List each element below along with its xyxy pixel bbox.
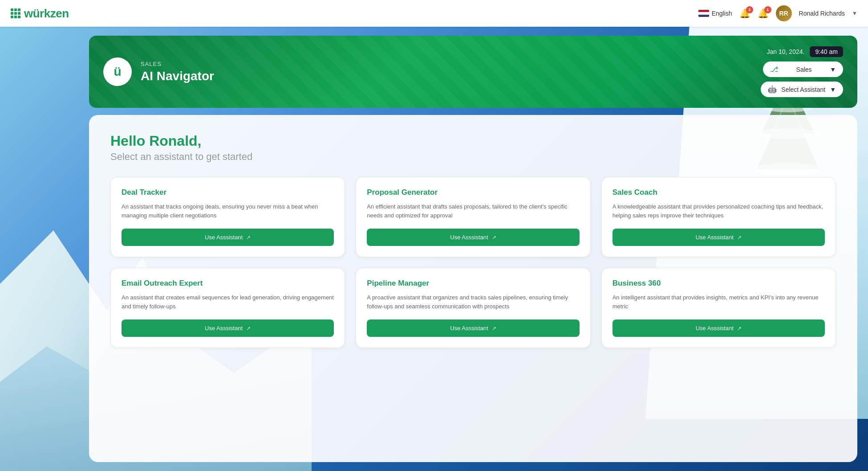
use-btn-label-email-outreach: Use Asssistant	[205, 325, 243, 332]
app-logo[interactable]: würkzen	[11, 7, 69, 20]
navbar: würkzen English 🔔 3 🔔 1 RR Ronald Richar…	[0, 0, 868, 27]
language-selector[interactable]: English	[698, 10, 732, 17]
use-btn-label-pipeline-manager: Use Asssistant	[450, 325, 488, 332]
sales-label: Sales	[796, 66, 812, 73]
main-content: ü SALES AI Navigator Jan 10, 2024. 9:40 …	[0, 27, 868, 471]
greeting-hello: Hello Ronald,	[110, 133, 836, 149]
avatar: RR	[776, 5, 792, 21]
use-assistant-button-pipeline-manager[interactable]: Use Asssistant ↗	[367, 319, 579, 337]
use-assistant-button-sales-coach[interactable]: Use Asssistant ↗	[612, 229, 825, 246]
use-assistant-button-proposal-generator[interactable]: Use Asssistant ↗	[367, 229, 579, 246]
time-badge: 9:40 am	[810, 46, 843, 57]
external-link-icon: ↗	[737, 234, 742, 241]
assistant-chevron-icon: ▼	[830, 86, 836, 93]
card-desc-proposal-generator: An efficient assistant that drafts sales…	[367, 202, 579, 220]
use-btn-label-proposal-generator: Use Asssistant	[450, 234, 488, 241]
card-title-email-outreach: Email Outreach Expert	[122, 279, 334, 288]
card-title-sales-coach: Sales Coach	[612, 188, 825, 197]
banner-logo-icon: ü	[103, 57, 132, 86]
use-btn-label-business-360: Use Asssistant	[696, 325, 734, 332]
card-desc-pipeline-manager: A proactive assistant that organizes and…	[367, 293, 579, 311]
card-title-proposal-generator: Proposal Generator	[367, 188, 579, 197]
assistant-card-proposal-generator: Proposal Generator An efficient assistan…	[356, 177, 590, 257]
notifications-bell[interactable]: 🔔 3	[739, 8, 750, 19]
banner-title-group: SALES AI Navigator	[141, 61, 214, 83]
date-time-display: Jan 10, 2024. 9:40 am	[767, 46, 843, 57]
use-assistant-button-email-outreach[interactable]: Use Asssistant ↗	[122, 319, 334, 337]
logo-symbol: ü	[114, 65, 121, 79]
banner-right: Jan 10, 2024. 9:40 am ⎇ Sales ▼ 🤖 Select…	[761, 46, 843, 97]
use-assistant-button-business-360[interactable]: Use Asssistant ↗	[612, 319, 825, 337]
external-link-icon: ↗	[246, 234, 251, 241]
assistant-icon: 🤖	[768, 85, 777, 94]
assistant-card-sales-coach: Sales Coach A knowledgeable assistant th…	[601, 177, 836, 257]
card-desc-email-outreach: An assistant that creates email sequence…	[122, 293, 334, 311]
cards-container: Hello Ronald, Select an assistant to get…	[89, 115, 857, 462]
external-link-icon: ↗	[492, 325, 496, 332]
external-link-icon: ↗	[492, 234, 496, 241]
select-assistant-dropdown[interactable]: 🤖 Select Assistant ▼	[761, 82, 843, 97]
card-desc-sales-coach: A knowledgeable assistant that provides …	[612, 202, 825, 220]
language-label: English	[712, 10, 732, 17]
use-btn-label-sales-coach: Use Asssistant	[696, 234, 734, 241]
banner-date: Jan 10, 2024.	[767, 48, 805, 55]
flag-icon	[698, 10, 709, 17]
user-name: Ronald Richards	[799, 10, 845, 17]
sales-chevron-icon: ▼	[830, 66, 836, 73]
notifications-alert[interactable]: 🔔 1	[758, 8, 769, 19]
use-assistant-button-deal-tracker[interactable]: Use Asssistant ↗	[122, 229, 334, 246]
card-desc-deal-tracker: An assistant that tracks ongoing deals, …	[122, 202, 334, 220]
banner-left: ü SALES AI Navigator	[103, 57, 214, 86]
brand-name: würkzen	[24, 7, 69, 20]
user-menu-chevron[interactable]: ▼	[852, 10, 857, 16]
sales-dropdown[interactable]: ⎇ Sales ▼	[763, 61, 843, 77]
banner-section-label: SALES	[141, 61, 214, 67]
card-title-business-360: Business 360	[612, 279, 825, 288]
greeting-section: Hello Ronald, Select an assistant to get…	[110, 133, 836, 163]
assistant-card-deal-tracker: Deal Tracker An assistant that tracks on…	[110, 177, 345, 257]
card-title-deal-tracker: Deal Tracker	[122, 188, 334, 197]
greeting-subtitle: Select an assistant to get started	[110, 151, 836, 163]
external-link-icon: ↗	[737, 325, 742, 332]
banner-main-title: AI Navigator	[141, 69, 214, 83]
navbar-actions: English 🔔 3 🔔 1 RR Ronald Richards ▼	[698, 5, 857, 21]
bell-badge: 3	[746, 6, 753, 13]
ai-banner: ü SALES AI Navigator Jan 10, 2024. 9:40 …	[89, 36, 857, 108]
assistants-grid: Deal Tracker An assistant that tracks on…	[110, 177, 836, 348]
use-btn-label-deal-tracker: Use Asssistant	[205, 234, 243, 241]
select-assistant-label: Select Assistant	[781, 86, 825, 93]
card-title-pipeline-manager: Pipeline Manager	[367, 279, 579, 288]
external-link-icon: ↗	[246, 325, 251, 332]
assistant-card-email-outreach: Email Outreach Expert An assistant that …	[110, 268, 345, 348]
assistant-card-pipeline-manager: Pipeline Manager A proactive assistant t…	[356, 268, 590, 348]
org-icon: ⎇	[770, 65, 778, 74]
alert-badge: 1	[764, 6, 771, 13]
logo-grid-icon	[11, 8, 20, 18]
assistant-card-business-360: Business 360 An intelligent assistant th…	[601, 268, 836, 348]
card-desc-business-360: An intelligent assistant that provides i…	[612, 293, 825, 311]
